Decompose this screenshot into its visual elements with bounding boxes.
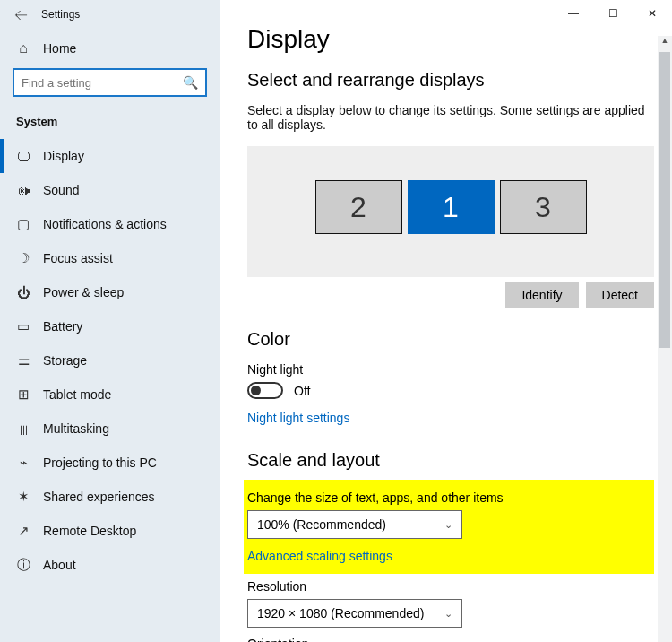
sidebar-item-projecting[interactable]: ⌁Projecting to this PC [0,446,220,480]
scale-label: Change the size of text, apps, and other… [244,490,645,505]
scrollbar-up-arrow[interactable]: ▲ [658,36,672,50]
sidebar-nav: 🖵Display 🕪Sound ▢Notifications & actions… [0,139,220,582]
minimize-button[interactable]: — [554,0,593,27]
sidebar-item-notifications[interactable]: ▢Notifications & actions [0,207,220,241]
search-icon: 🔍 [183,75,198,90]
orientation-label: Orientation [247,637,654,642]
sidebar-item-focus-assist[interactable]: ☽Focus assist [0,241,220,275]
sound-icon: 🕪 [16,183,30,198]
window-controls: — ☐ ✕ [554,0,672,27]
scrollbar-thumb[interactable] [659,52,670,348]
sidebar-item-battery[interactable]: ▭Battery [0,309,220,343]
color-heading: Color [247,329,654,350]
monitor-1[interactable]: 1 [408,180,495,234]
scale-highlight-region: Change the size of text, apps, and other… [244,480,654,574]
window-title: Settings [41,8,80,21]
display-arrangement-panel[interactable]: 2 1 3 [247,146,654,277]
resolution-value: 1920 × 1080 (Recommended) [257,606,424,620]
vertical-scrollbar[interactable]: ▲ [658,36,672,642]
resolution-label: Resolution [247,579,654,594]
sidebar-home[interactable]: ⌂ Home [0,29,220,68]
notifications-icon: ▢ [16,216,30,232]
night-light-state: Off [294,384,310,398]
sidebar-item-remote-desktop[interactable]: ↗Remote Desktop [0,514,220,548]
sidebar-item-sound[interactable]: 🕪Sound [0,173,220,207]
chevron-down-icon: ⌄ [444,608,452,620]
detect-button[interactable]: Detect [586,282,654,308]
battery-icon: ▭ [16,318,30,334]
home-icon: ⌂ [16,40,30,56]
advanced-scaling-link[interactable]: Advanced scaling settings [244,549,392,563]
multitasking-icon: ⫼ [16,421,30,437]
sidebar-item-storage[interactable]: ⚌Storage [0,343,220,377]
sidebar-item-shared-experiences[interactable]: ✶Shared experiences [0,480,220,514]
scale-heading: Scale and layout [247,450,654,471]
page-title: Display [247,25,654,54]
sidebar-item-display[interactable]: 🖵Display [0,139,220,173]
search-input[interactable] [22,76,183,90]
arrange-description: Select a display below to change its set… [247,103,654,132]
maximize-button[interactable]: ☐ [593,0,633,27]
monitor-3[interactable]: 3 [500,180,587,234]
main-content: — ☐ ✕ ▲ Display Select and rearrange dis… [220,0,672,642]
close-button[interactable]: ✕ [633,0,672,27]
tablet-icon: ⊞ [16,386,30,403]
power-icon: ⏻ [16,285,30,300]
scale-select[interactable]: 100% (Recommended) ⌄ [247,510,462,539]
sidebar-item-power-sleep[interactable]: ⏻Power & sleep [0,275,220,309]
sidebar-item-about[interactable]: ⓘAbout [0,548,220,582]
display-icon: 🖵 [16,149,30,164]
sidebar: 🡠 Settings ⌂ Home 🔍 System 🖵Display 🕪Sou… [0,0,220,642]
sidebar-item-tablet-mode[interactable]: ⊞Tablet mode [0,377,220,412]
titlebar: 🡠 Settings [0,0,220,29]
about-icon: ⓘ [16,557,30,574]
night-light-settings-link[interactable]: Night light settings [247,411,349,425]
focus-assist-icon: ☽ [16,250,30,266]
night-light-toggle[interactable] [247,382,283,399]
home-label: Home [43,41,76,56]
back-button[interactable]: 🡠 [7,1,34,28]
remote-desktop-icon: ↗ [16,523,30,539]
chevron-down-icon: ⌄ [444,519,452,531]
storage-icon: ⚌ [16,352,30,369]
projecting-icon: ⌁ [16,455,30,471]
monitor-2[interactable]: 2 [315,180,402,234]
identify-button[interactable]: Identify [505,282,578,308]
sidebar-item-multitasking[interactable]: ⫼Multitasking [0,412,220,446]
resolution-select[interactable]: 1920 × 1080 (Recommended) ⌄ [247,599,462,628]
sidebar-section-label: System [0,106,220,139]
arrange-heading: Select and rearrange displays [247,70,654,91]
scale-value: 100% (Recommended) [257,517,386,532]
search-box[interactable]: 🔍 [13,68,207,97]
night-light-label: Night light [247,362,654,377]
shared-icon: ✶ [16,489,30,505]
